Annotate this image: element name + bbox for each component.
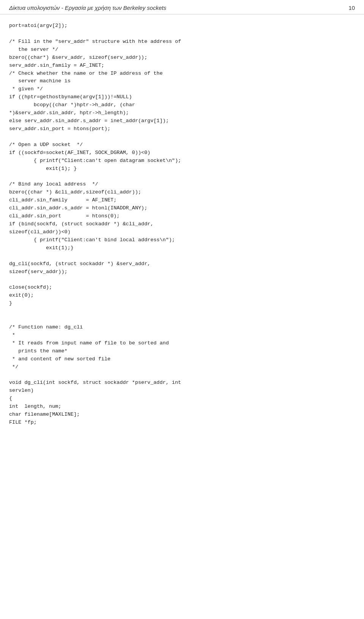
- page-container: Δίκτυα υπολογιστών - Εργασία με χρήση τω…: [0, 0, 364, 619]
- code-block: port=atoi(argv[2]); /* Fill in the "serv…: [9, 22, 355, 427]
- header-title: Δίκτυα υπολογιστών - Εργασία με χρήση τω…: [9, 5, 166, 11]
- header-page-number: 10: [348, 5, 355, 11]
- page-header: Δίκτυα υπολογιστών - Εργασία με χρήση τω…: [0, 0, 364, 14]
- code-content: port=atoi(argv[2]); /* Fill in the "serv…: [0, 14, 364, 434]
